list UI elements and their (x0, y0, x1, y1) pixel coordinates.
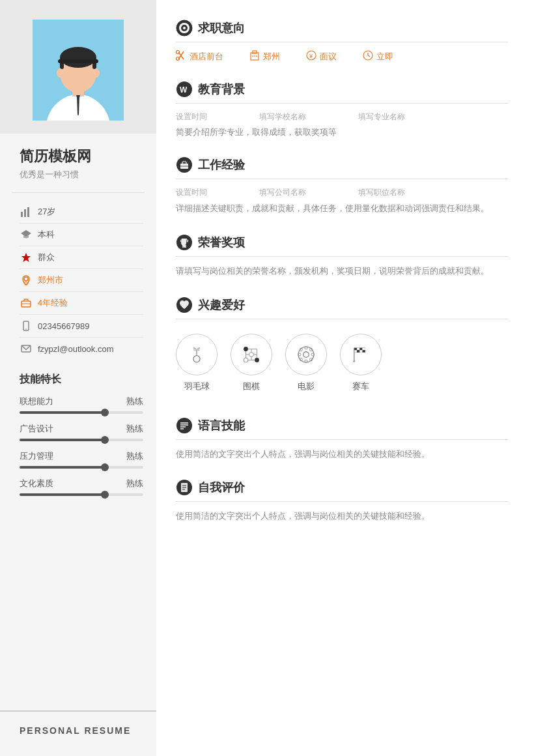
work-divider (176, 179, 508, 179)
email-text: fzypzl@outlook.com (38, 344, 114, 354)
hobby-racing-label: 赛车 (352, 381, 369, 392)
work-section-icon (176, 156, 193, 173)
sidebar: 简历模板网 优秀是一种习惯 27岁 本科 (0, 0, 156, 756)
info-education: 本科 (20, 224, 143, 246)
info-location: 郑州市 (20, 269, 143, 292)
self-eval-desc: 使用简洁的文字突出个人特点，强调与岗位相关的关键技能和经验。 (176, 510, 508, 523)
svg-point-61 (244, 358, 248, 362)
section-hobbies: 兴趣爱好 羽毛球 (176, 297, 508, 399)
job-intention-title: 求职意向 (198, 20, 245, 36)
honors-desc: 请填写与岗位相关的荣誉名称，颁发机构，奖项日期，说明荣誉背后的成就和贡献。 (176, 265, 508, 278)
email-icon (20, 342, 33, 355)
hobby-badminton-circle (176, 334, 218, 375)
site-name: 简历模板网 (20, 147, 143, 166)
svg-point-9 (93, 68, 100, 78)
svg-rect-31 (253, 51, 257, 53)
job-item-city: 郑州 (249, 50, 280, 63)
svg-point-63 (303, 351, 309, 357)
hobbies-title: 兴趣爱好 (198, 297, 245, 313)
education-section-icon: W (176, 81, 193, 98)
hobby-chess-circle (231, 334, 272, 375)
skill-1-fill (20, 411, 106, 414)
hobby-racing: 赛车 (340, 334, 382, 392)
location-icon (20, 274, 33, 287)
job-salary-text: 面议 (320, 51, 337, 63)
age-text: 27岁 (38, 206, 55, 218)
section-education: W 教育背景 设置时间 填写学校名称 填写专业名称 简要介绍所学专业，取得成绩，… (176, 81, 508, 138)
hobby-chess-label: 围棋 (243, 381, 260, 392)
skill-4-bar (20, 493, 143, 496)
language-title: 语言技能 (198, 418, 245, 433)
svg-line-39 (368, 55, 370, 57)
skill-3-header: 压力管理 熟练 (20, 450, 143, 462)
honors-divider (176, 256, 508, 257)
party-icon (20, 251, 33, 264)
clock-icon (363, 50, 373, 63)
self-eval-divider (176, 501, 508, 502)
language-header: 语言技能 (176, 417, 508, 434)
skill-3-bar (20, 466, 143, 469)
location-text: 郑州市 (38, 274, 63, 286)
experience-text: 4年经验 (38, 297, 68, 309)
honors-header: 荣誉奖项 (176, 234, 508, 251)
skill-2-level: 熟练 (126, 423, 143, 435)
edu-desc: 简要介绍所学专业，取得成绩，获取奖项等 (176, 126, 508, 138)
hobby-badminton: 羽毛球 (176, 334, 218, 392)
name-area: 简历模板网 优秀是一种习惯 (0, 134, 156, 187)
personal-resume-footer: PERSONAL RESUME (0, 710, 156, 743)
work-header: 工作经验 (176, 156, 508, 173)
edu-school: 填写学校名称 (259, 111, 306, 123)
yen-icon: ¥ (306, 50, 316, 63)
skill-4-fill (20, 493, 106, 496)
self-eval-title: 自我评价 (198, 480, 245, 495)
job-availability-text: 立即 (376, 51, 393, 63)
graduation-icon (20, 228, 33, 241)
skill-4-name: 文化素质 (20, 478, 53, 489)
briefcase-icon (20, 297, 33, 310)
work-desc: 详细描述关键职责，成就和贡献，具体任务，使用量化数据和动词强调责任和结果。 (176, 202, 508, 216)
skill-4: 文化素质 熟练 (20, 478, 143, 496)
education-divider (176, 103, 508, 104)
work-time: 设置时间 (176, 187, 207, 198)
avatar-area (0, 0, 156, 134)
skill-4-level: 熟练 (126, 478, 143, 489)
info-list: 27岁 本科 群众 (0, 198, 156, 362)
svg-point-84 (176, 418, 192, 433)
skill-3-fill (20, 466, 106, 469)
education-title: 教育背景 (198, 81, 245, 97)
job-item-role: 酒店前台 (176, 50, 223, 63)
edu-major: 填写专业名称 (358, 111, 405, 123)
svg-rect-81 (363, 350, 365, 352)
svg-text:W: W (180, 85, 188, 94)
job-intention-header: 求职意向 (176, 20, 508, 36)
skill-3: 压力管理 熟练 (20, 450, 143, 469)
hobbies-header: 兴趣爱好 (176, 297, 508, 313)
svg-rect-80 (359, 350, 362, 352)
skills-section: 技能特长 联想能力 熟练 广告设计 熟练 压力管理 熟练 (0, 362, 156, 512)
hobby-racing-circle (340, 334, 382, 375)
hobby-badminton-label: 羽毛球 (184, 381, 210, 392)
job-intention-divider (176, 42, 508, 42)
hobby-movie: 电影 (285, 334, 327, 392)
svg-point-50 (193, 355, 200, 362)
svg-rect-7 (58, 59, 98, 63)
svg-text:¥: ¥ (309, 53, 313, 59)
skill-2-header: 广告设计 熟练 (20, 423, 143, 435)
edu-time: 设置时间 (176, 111, 207, 123)
divider-1 (12, 192, 145, 193)
work-title: 工作经验 (198, 157, 245, 173)
skill-2-bar (20, 439, 143, 441)
section-honors: 荣誉奖项 请填写与岗位相关的荣誉名称，颁发机构，奖项日期，说明荣誉背后的成就和贡… (176, 234, 508, 278)
section-language: 语言技能 使用简洁的文字突出个人特点，强调与岗位相关的关键技能和经验。 (176, 417, 508, 461)
honors-title: 荣誉奖项 (198, 235, 245, 250)
scissors-icon (176, 50, 186, 63)
info-phone: 02345667989 (20, 315, 143, 338)
hobbies-divider (176, 319, 508, 319)
skill-1-bar (20, 411, 143, 414)
job-intention-row: 酒店前台 郑州 ¥ (176, 50, 508, 63)
section-self-eval: 自我评价 使用简洁的文字突出个人特点，强调与岗位相关的关键技能和经验。 (176, 479, 508, 523)
svg-point-58 (244, 347, 248, 351)
section-job-intention: 求职意向 酒店前台 (176, 20, 508, 63)
job-role-text: 酒店前台 (190, 51, 223, 63)
svg-rect-14 (24, 209, 26, 217)
